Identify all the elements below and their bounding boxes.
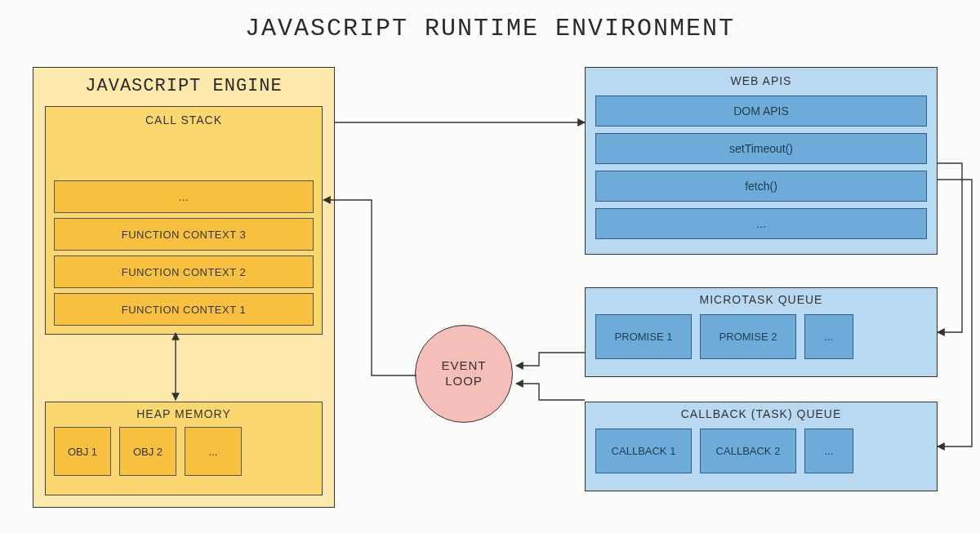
web-apis-title: WEB APIS	[595, 74, 927, 87]
microtask-item: PROMISE 1	[595, 314, 692, 359]
web-apis-panel: WEB APIS DOM APIS setTimeout() fetch() .…	[585, 67, 938, 255]
callback-item: ...	[804, 429, 853, 473]
web-api-item: DOM APIS	[595, 95, 927, 127]
event-loop-node: EVENT LOOP	[415, 325, 513, 423]
js-engine-title: JAVASCRIPT ENGINE	[45, 76, 323, 96]
web-api-item: fetch()	[595, 171, 927, 202]
call-stack-item: FUNCTION CONTEXT 3	[54, 218, 314, 251]
callback-item: CALLBACK 1	[595, 429, 692, 473]
diagram-title: JAVASCRIPT RUNTIME ENVIRONMENT	[0, 0, 980, 42]
arrow-callback-to-eventloop	[516, 384, 585, 400]
heap-item: OBJ 2	[119, 427, 176, 476]
call-stack-title: CALL STACK	[54, 113, 314, 127]
call-stack-item: FUNCTION CONTEXT 1	[54, 293, 314, 326]
microtask-item: PROMISE 2	[700, 314, 796, 359]
arrow-microtask-to-eventloop-real	[516, 353, 585, 366]
heap-item: ...	[185, 427, 242, 476]
microtask-queue-title: MICROTASK QUEUE	[595, 293, 927, 306]
heap-memory-panel: HEAP MEMORY OBJ 1 OBJ 2 ...	[45, 402, 323, 495]
call-stack-item: FUNCTION CONTEXT 2	[54, 255, 314, 288]
web-api-item: setTimeout()	[595, 133, 927, 164]
arrow-eventloop-to-callstack	[323, 200, 416, 375]
arrow-webapis-to-microtask	[938, 163, 962, 332]
call-stack-item: ...	[54, 180, 314, 213]
event-loop-label: EVENT LOOP	[441, 358, 486, 389]
web-api-item: ...	[595, 208, 927, 239]
js-engine-panel: JAVASCRIPT ENGINE CALL STACK ... FUNCTIO…	[33, 67, 335, 508]
heap-memory-title: HEAP MEMORY	[54, 407, 314, 420]
callback-queue-title: CALLBACK (TASK) QUEUE	[595, 407, 927, 420]
callback-item: CALLBACK 2	[700, 429, 796, 473]
arrow-webapis-to-callback	[938, 180, 972, 446]
microtask-queue-panel: MICROTASK QUEUE PROMISE 1 PROMISE 2 ...	[585, 287, 938, 377]
heap-item: OBJ 1	[54, 427, 111, 476]
call-stack-panel: CALL STACK ... FUNCTION CONTEXT 3 FUNCTI…	[45, 106, 323, 335]
microtask-item: ...	[804, 314, 853, 359]
callback-queue-panel: CALLBACK (TASK) QUEUE CALLBACK 1 CALLBAC…	[585, 402, 938, 491]
